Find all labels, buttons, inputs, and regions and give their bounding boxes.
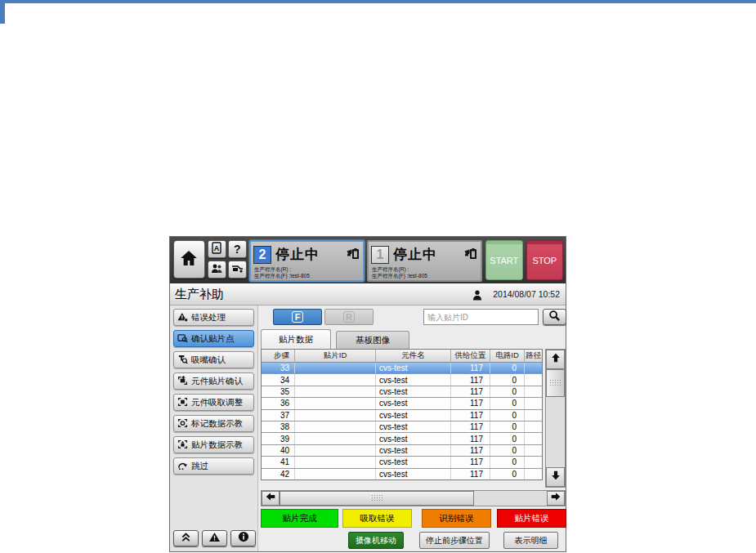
sidebar-item-confirm-placement-point[interactable]: 确认贴片点 — [173, 330, 254, 347]
program-name-front: 生产程序名(F) :test-805 — [372, 273, 481, 279]
table-header: 步骤 贴片ID 元件名 供给位置 电路ID 路径 — [262, 350, 542, 363]
cell-part-name: cvs-test — [376, 363, 451, 373]
sidebar-item-label: 贴片数据示教 — [191, 439, 243, 451]
vertical-scrollbar[interactable] — [545, 349, 566, 488]
sidebar-item-mark-data-teach[interactable]: 标记数据示教 — [173, 415, 254, 432]
cell-feed-pos: 117 — [451, 363, 490, 373]
tab-placement-data[interactable]: 贴片数据 — [261, 329, 331, 349]
table-body: 33cvs-test117034cvs-test117035cvs-test11… — [262, 363, 542, 479]
cell-path — [525, 469, 542, 479]
table-row[interactable]: 37cvs-test1170 — [262, 409, 542, 421]
cell-path — [525, 363, 542, 373]
cell-circuit-id: 0 — [490, 421, 525, 432]
tab-board-image[interactable]: 基板图像 — [336, 331, 409, 349]
chip-id-search-input[interactable] — [423, 309, 539, 325]
table-row[interactable]: 41cvs-test1170 — [262, 456, 542, 467]
sidebar-item-skip[interactable]: 跳过 — [173, 457, 254, 475]
cell-chip-id — [295, 374, 376, 385]
table-row[interactable]: 42cvs-test1170 — [262, 468, 542, 479]
header-mini-buttons: A ? — [208, 240, 247, 279]
help-button[interactable]: ? — [228, 240, 247, 258]
scroll-right-button[interactable] — [547, 491, 565, 506]
show-detail-button[interactable]: 表示明细 — [503, 532, 558, 549]
feeder-cart-icon — [231, 263, 244, 276]
horizontal-scrollbar[interactable] — [261, 490, 566, 506]
accent-tab — [0, 0, 5, 24]
horizontal-scroll-thumb[interactable] — [280, 491, 474, 506]
home-icon — [179, 248, 199, 271]
machine-status-1[interactable]: 1 停止中 生产程序名(R) : 生产程序名(F) :test-805 — [367, 240, 482, 282]
legend-pickup-error: 吸取错误 — [342, 509, 412, 528]
vertical-scroll-track[interactable] — [546, 397, 565, 467]
cell-part-name: cvs-test — [376, 410, 451, 421]
machine-number: 1 — [371, 246, 389, 264]
window-body: 错误处理 确认贴片点 吸嘴确认 元件贴片确认 元件吸取调整 — [170, 305, 566, 551]
legend-placement-error: 贴片错误 — [497, 509, 566, 528]
stop-button[interactable]: STOP — [526, 240, 563, 280]
scroll-up-button[interactable] — [546, 350, 565, 369]
vertical-scroll-thumb[interactable] — [546, 369, 565, 397]
horizontal-scroll-track[interactable] — [474, 491, 547, 506]
feeder-cart-button[interactable] — [228, 261, 247, 279]
rear-lane-button[interactable]: R — [324, 309, 374, 325]
front-lane-button[interactable]: F — [273, 309, 322, 325]
cell-step: 35 — [262, 386, 295, 397]
cell-circuit-id: 0 — [490, 374, 525, 385]
search-button[interactable] — [543, 309, 566, 325]
report-a-icon: A — [211, 242, 222, 256]
table-row[interactable]: 40cvs-test1170 — [262, 444, 542, 456]
cell-part-name: cvs-test — [376, 386, 451, 397]
cell-step: 36 — [262, 398, 295, 408]
cell-path — [525, 433, 542, 444]
cell-circuit-id: 0 — [490, 469, 525, 479]
table-row[interactable]: 38cvs-test1170 — [262, 421, 542, 432]
table-row[interactable]: 33cvs-test1170 — [262, 363, 542, 373]
window-titlebar: 生产补助 2014/08/07 10:52 — [170, 283, 566, 305]
cell-chip-id — [295, 469, 376, 479]
cell-part-name: cvs-test — [376, 421, 451, 432]
cell-step: 38 — [262, 421, 295, 432]
operators-icon — [211, 263, 223, 276]
collapse-button[interactable] — [173, 530, 199, 546]
warning-icon — [208, 531, 221, 546]
scroll-left-button[interactable] — [262, 491, 280, 506]
camera-move-button[interactable]: 摄像机移动 — [348, 532, 404, 549]
table-row[interactable]: 35cvs-test1170 — [262, 386, 542, 397]
table-row[interactable]: 34cvs-test1170 — [262, 373, 542, 385]
machine-status-2[interactable]: 2 停止中 生产程序名(R) : 生产程序名(F) :test-805 — [249, 240, 365, 282]
scroll-up-icon — [550, 352, 561, 367]
table-row[interactable]: 39cvs-test1170 — [262, 432, 542, 444]
cell-circuit-id: 0 — [490, 433, 525, 444]
scroll-down-button[interactable] — [546, 467, 565, 487]
cell-part-name: cvs-test — [376, 457, 451, 467]
pre-stop-position-button[interactable]: 停止前步骤位置 — [419, 532, 490, 549]
start-button[interactable]: START — [485, 240, 522, 280]
sidebar-item-component-pickup-adjust[interactable]: 元件吸取调整 — [173, 394, 254, 411]
cell-step: 34 — [262, 374, 295, 385]
operators-button[interactable] — [208, 261, 226, 279]
home-button[interactable] — [173, 240, 205, 279]
window-header: A ? 2 — [170, 237, 566, 283]
cell-part-name: cvs-test — [376, 398, 451, 408]
operator-icon — [472, 289, 482, 304]
sidebar-item-nozzle-confirm[interactable]: 吸嘴确认 — [173, 351, 254, 368]
warning-button[interactable] — [202, 530, 227, 546]
cell-path — [525, 398, 542, 408]
search-icon — [548, 310, 561, 325]
cell-chip-id — [295, 386, 376, 397]
cell-path — [525, 445, 542, 456]
hand-clipboard-icon — [463, 247, 477, 263]
sidebar-item-label: 跳过 — [191, 461, 208, 472]
cell-feed-pos: 117 — [451, 433, 490, 444]
info-button[interactable] — [230, 530, 256, 546]
report-button[interactable]: A — [208, 240, 226, 258]
table-row[interactable]: 36cvs-test1170 — [262, 397, 542, 408]
cell-feed-pos: 117 — [451, 386, 490, 397]
cell-path — [525, 457, 542, 467]
sidebar-item-error-handling[interactable]: 错误处理 — [173, 309, 254, 326]
sidebar: 错误处理 确认贴片点 吸嘴确认 元件贴片确认 元件吸取调整 — [170, 305, 258, 551]
placement-point-icon — [177, 333, 188, 345]
cell-feed-pos: 117 — [451, 398, 490, 408]
sidebar-item-placement-data-teach[interactable]: 贴片数据示教 — [173, 436, 254, 453]
sidebar-item-component-placement-confirm[interactable]: 元件贴片确认 — [173, 372, 254, 390]
